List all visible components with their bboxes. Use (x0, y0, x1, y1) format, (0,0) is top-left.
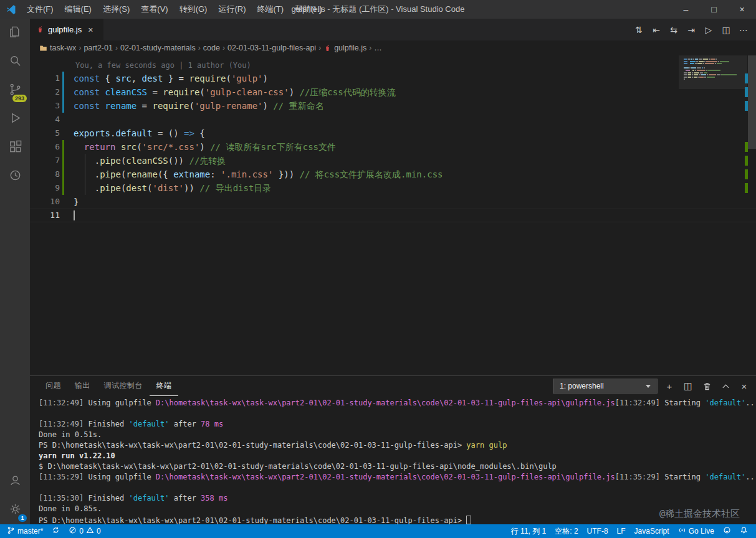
terminal-line: PS D:\hometask\task-wx\task-wx\part2-01\… (39, 440, 756, 451)
activity-gitlens[interactable] (0, 162, 30, 191)
git-gutter-added (62, 168, 64, 181)
go-live-label: Go Live (689, 527, 714, 536)
terminal-line: [11:32:49] Finished 'default' after 78 m… (39, 419, 756, 430)
close-button[interactable]: × (728, 0, 756, 19)
menu-go[interactable]: 转到(G) (174, 0, 213, 19)
activity-run-debug[interactable] (0, 105, 30, 133)
breadcrumb-item[interactable]: gulpfile.js (323, 44, 366, 52)
terminal[interactable]: [11:32:49] Using gulpfile D:\hometask\ta… (30, 396, 756, 524)
code-text: exports.default = () => { (74, 126, 205, 140)
title-bar: 文件(F)编辑(E)选择(S)查看(V)转到(G)运行(R)终端(T)帮助(H)… (0, 0, 756, 19)
scrollbar-thumb[interactable] (748, 55, 756, 149)
terminal-lines: [11:32:49] Using gulpfile D:\hometask\ta… (39, 398, 756, 524)
line-number: 2 (30, 85, 60, 99)
breadcrumb-item[interactable]: part2-01 (84, 44, 113, 52)
indentation[interactable]: 空格: 2 (550, 524, 582, 538)
breadcrumb-item[interactable]: task-wx (39, 44, 76, 52)
maximize-panel-button[interactable] (719, 379, 732, 393)
minimap[interactable] (679, 55, 747, 149)
branch-icon (7, 526, 15, 536)
breadcrumb-separator: › (113, 44, 120, 52)
scm-badge: 293 (12, 95, 27, 102)
code-text: .pipe(cleanCSS()) //先转换 (74, 154, 226, 168)
editor-scrollbar[interactable] (748, 55, 756, 375)
more-actions-icon[interactable]: ⋯ (735, 21, 752, 39)
problems-indicator[interactable]: 0 0 (64, 524, 105, 538)
code-line[interactable]: 2const cleanCSS = require('gulp-clean-cs… (30, 85, 756, 99)
gitlens-clock-icon (8, 168, 22, 185)
kill-terminal-button[interactable] (700, 379, 714, 393)
code-line[interactable]: 7 .pipe(cleanCSS()) //先转换 (30, 154, 756, 168)
code-line[interactable]: 4 (30, 113, 756, 126)
breadcrumb-item[interactable]: 02-01-03-11-gulp-files-api (227, 44, 316, 52)
files-icon (8, 25, 22, 42)
feedback-button[interactable] (719, 524, 735, 538)
activity-search[interactable] (0, 47, 30, 76)
run-file-icon[interactable]: ▷ (700, 21, 717, 39)
tab-gulpfile[interactable]: gulpfile.js × (30, 19, 103, 40)
menu-run[interactable]: 运行(R) (213, 0, 251, 19)
warning-count: 0 (97, 527, 101, 536)
code-line[interactable]: 3const rename = require('gulp-rename') /… (30, 99, 756, 113)
breadcrumb-separator: › (76, 44, 84, 52)
warning-icon (86, 526, 94, 536)
next-change-icon[interactable]: ⇥ (682, 21, 700, 39)
notifications-button[interactable] (735, 524, 752, 538)
menu-view[interactable]: 查看(V) (135, 0, 173, 19)
maximize-button[interactable]: □ (700, 0, 728, 19)
close-panel-button[interactable]: × (737, 379, 751, 393)
editor[interactable]: You, a few seconds ago | 1 author (You) … (30, 55, 756, 375)
panel-tab-debug-console[interactable]: 调试控制台 (97, 376, 150, 396)
branch-indicator[interactable]: master* (2, 524, 47, 538)
new-terminal-button[interactable]: + (663, 379, 676, 393)
broadcast-icon (678, 526, 686, 536)
compare-changes-icon[interactable]: ⇅ (630, 21, 648, 39)
code-line[interactable]: 11 (30, 209, 756, 222)
open-changes-icon[interactable]: ⇆ (665, 21, 682, 39)
split-terminal-button[interactable]: ◫ (681, 379, 695, 393)
activity-source-control[interactable]: 293 (0, 76, 30, 105)
code-line[interactable]: 5exports.default = () => { (30, 126, 756, 140)
split-editor-icon[interactable]: ◫ (717, 21, 735, 39)
code-line[interactable]: 8 .pipe(rename({ extname: '.min.css' }))… (30, 168, 756, 181)
breadcrumb-item[interactable]: … (374, 44, 382, 52)
activity-account[interactable] (0, 467, 30, 496)
minimize-button[interactable]: – (672, 0, 700, 19)
git-gutter (62, 126, 64, 140)
panel-tab-terminal[interactable]: 终端 (150, 376, 179, 396)
menu-selection[interactable]: 选择(S) (97, 0, 135, 19)
terminal-profile-select[interactable]: 1: powershell (553, 379, 658, 394)
activity-explorer[interactable] (0, 19, 30, 47)
code-line[interactable]: 6 return src('src/*.css') // 读取所有src下所有c… (30, 140, 756, 154)
terminal-line: yarn run v1.22.10 (39, 451, 756, 461)
menu-terminal[interactable]: 终端(T) (251, 0, 289, 19)
eol[interactable]: LF (613, 524, 630, 538)
line-number: 7 (30, 154, 60, 168)
vscode-logo-icon (0, 4, 21, 15)
activity-settings[interactable]: 1 (0, 496, 30, 524)
breadcrumb-item[interactable]: code (203, 44, 220, 52)
go-live-button[interactable]: Go Live (674, 524, 719, 538)
settings-badge: 1 (18, 514, 27, 522)
previous-change-icon[interactable]: ⇤ (648, 21, 665, 39)
menu-file[interactable]: 文件(F) (21, 0, 59, 19)
tab-close-icon[interactable]: × (88, 25, 93, 35)
line-number: 5 (30, 126, 60, 140)
panel-tab-output[interactable]: 输出 (68, 376, 97, 396)
language-mode[interactable]: JavaScript (630, 524, 674, 538)
sync-button[interactable] (47, 524, 64, 538)
code-line[interactable]: 10} (30, 195, 756, 209)
code-line[interactable]: 9 .pipe(dest('dist')) // 导出dist目录 (30, 181, 756, 195)
terminal-profile-label: 1: powershell (560, 382, 604, 390)
menu-edit[interactable]: 编辑(E) (59, 0, 97, 19)
breadcrumb-item[interactable]: 02-01-study-materials (120, 44, 196, 52)
cursor-position[interactable]: 行 11, 列 1 (507, 524, 550, 538)
terminal-cursor (466, 516, 471, 524)
encoding[interactable]: UTF-8 (583, 524, 613, 538)
activity-extensions[interactable] (0, 133, 30, 162)
panel-tab-problems[interactable]: 问题 (39, 376, 68, 396)
terminal-line: [11:32:49] Using gulpfile D:\hometask\ta… (39, 398, 756, 408)
panel-header: 问题输出调试控制台终端 1: powershell + ◫ × (30, 376, 756, 396)
line-number: 8 (30, 168, 60, 181)
code-line[interactable]: 1const { src, dest } = require('gulp') (30, 72, 756, 85)
